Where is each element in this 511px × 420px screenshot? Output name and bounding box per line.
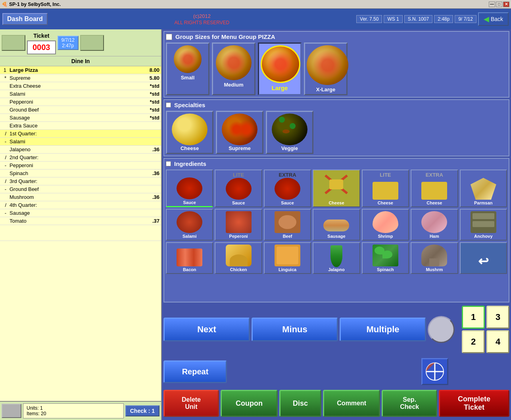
table-row[interactable]: - Salami: [0, 138, 161, 146]
table-row[interactable]: Extra Cheese *std: [0, 82, 161, 90]
ingredient-cheese-extra-button[interactable]: EXTRA Cheese: [411, 170, 458, 207]
complete-ticket-button[interactable]: Complete Ticket: [439, 390, 509, 417]
row-item: Extra Sauce: [8, 122, 141, 130]
table-row[interactable]: Extra Sauce: [0, 122, 161, 130]
specialty-supreme-button[interactable]: Supreme: [216, 111, 263, 154]
left-footer: Units: 1 Items: 20 Check : 1: [0, 401, 161, 420]
jalapno-image: [330, 245, 342, 267]
ingredient-sauce-lite-button[interactable]: LITE Sauce: [215, 170, 262, 207]
row-qty: *: [0, 74, 8, 82]
mushrm-label: Mushrm: [426, 267, 443, 272]
row-price: .37: [141, 217, 161, 225]
ingredient-anchovy-button[interactable]: Anchovy: [460, 209, 507, 241]
multiple-button[interactable]: Multiple: [340, 318, 426, 341]
next-button[interactable]: Next: [163, 318, 250, 341]
row-price: 5.80: [141, 74, 161, 82]
size-medium-button[interactable]: Medium: [212, 42, 256, 95]
row-price: .36: [141, 193, 161, 201]
num2-button[interactable]: 2: [462, 330, 485, 353]
row-item: Ground Beef: [8, 106, 141, 114]
ingredient-sausage-button[interactable]: Sausage: [313, 209, 360, 241]
maximize-button[interactable]: □: [496, 2, 502, 7]
dashboard-button[interactable]: Dash Board: [2, 13, 48, 25]
peperoni-image: [226, 211, 252, 233]
group-sizes-checkbox[interactable]: [166, 34, 172, 40]
ticket-date-value: 9/7/12: [61, 37, 75, 43]
ingredient-bacon-button[interactable]: Bacon: [166, 242, 213, 274]
ingredients-checkbox[interactable]: [166, 161, 171, 166]
quarter-cross-button[interactable]: [421, 358, 448, 385]
table-row[interactable]: / 4th Quarter:: [0, 201, 161, 209]
back-button[interactable]: ◀ Back: [478, 12, 509, 26]
table-row[interactable]: - Pepperoni: [0, 162, 161, 170]
table-row[interactable]: / 2nd Quarter:: [0, 154, 161, 162]
ingredient-chicken-button[interactable]: Chicken: [215, 242, 262, 274]
table-row[interactable]: Ground Beef *std: [0, 106, 161, 114]
sn-box: S.N. 1007: [404, 15, 432, 23]
row-qty: [0, 98, 8, 106]
coupon-button[interactable]: Coupon: [221, 390, 278, 417]
ingredient-sauce-button[interactable]: Sauce: [166, 170, 213, 207]
ingredient-mushrm-button[interactable]: Mushrm: [411, 242, 458, 274]
comment-button[interactable]: Comment: [323, 390, 380, 417]
specialties-checkbox[interactable]: [166, 102, 171, 108]
left-footer-btn1[interactable]: [2, 404, 21, 418]
ingredient-sauce-extra-button[interactable]: EXTRA Sauce: [264, 170, 311, 207]
sep-check-button[interactable]: Sep. Check: [382, 390, 437, 417]
table-row[interactable]: - Ground Beef: [0, 185, 161, 193]
specialty-cheese-button[interactable]: Cheese: [166, 111, 213, 154]
num1-button[interactable]: 1: [462, 306, 485, 329]
ingredient-back-button[interactable]: ↩: [460, 242, 507, 274]
back-arrow-icon: ◀: [484, 15, 489, 23]
table-row[interactable]: Pepperoni *std: [0, 98, 161, 106]
ingredient-salami-button[interactable]: Salami: [166, 209, 213, 241]
ingredient-cheese-lite-button[interactable]: LITE Cheese: [362, 170, 409, 207]
table-row[interactable]: 1 Large Pizza 8.00: [0, 66, 161, 74]
ingredient-cheese-button[interactable]: Cheese: [313, 170, 360, 207]
num3-button[interactable]: 3: [486, 306, 509, 329]
ingredient-spinach-button[interactable]: Spinach: [362, 242, 409, 274]
ingredient-ham-button[interactable]: Ham: [411, 209, 458, 241]
minimize-button[interactable]: —: [489, 2, 495, 7]
ingredient-parmsan-button[interactable]: Parmsan: [460, 170, 507, 207]
row-item: Salami: [8, 138, 141, 146]
table-row[interactable]: Spinach .36: [0, 170, 161, 177]
table-row[interactable]: - Sausage: [0, 209, 161, 217]
ingredient-linguica-button[interactable]: Linguica: [264, 242, 311, 274]
quarter-circle-button[interactable]: [428, 316, 455, 343]
num4-button[interactable]: 4: [486, 330, 509, 353]
minus-button[interactable]: Minus: [252, 318, 338, 341]
disc-button[interactable]: Disc: [279, 390, 321, 417]
size-small-button[interactable]: Small: [166, 42, 209, 95]
close-button[interactable]: ✕: [503, 2, 509, 7]
delete-unit-button[interactable]: Delete Unit: [163, 390, 219, 417]
table-row[interactable]: Sausage *std: [0, 114, 161, 122]
check-button[interactable]: Check : 1: [125, 405, 159, 416]
row-qty: -: [0, 138, 8, 146]
row-price: *std: [141, 98, 161, 106]
row-item: Large Pizza: [8, 66, 141, 74]
row-item: Salami: [8, 90, 141, 98]
ingredient-beef-button[interactable]: Beef: [264, 209, 311, 241]
row-qty: /: [0, 154, 8, 162]
ticket-left-button[interactable]: [2, 35, 25, 51]
items-text: Items: 20: [27, 411, 120, 416]
table-row[interactable]: Tomato .37: [0, 217, 161, 225]
table-row[interactable]: / 1st Quarter:: [0, 130, 161, 138]
table-row[interactable]: Salami *std: [0, 90, 161, 98]
specialty-veggie-button[interactable]: Veggie: [266, 111, 313, 154]
repeat-button[interactable]: Repeat: [163, 360, 227, 383]
table-row[interactable]: Jalapeno .36: [0, 146, 161, 154]
ticket-right-button[interactable]: [80, 35, 104, 51]
ingredient-shrimp-button[interactable]: Shrimp: [362, 209, 409, 241]
table-row[interactable]: Mushroom .36: [0, 193, 161, 201]
date-box: 9/ 7/12: [455, 15, 476, 23]
ingredient-peperoni-button[interactable]: Peperoni: [215, 209, 262, 241]
group-sizes-section: Group Sizes for Menu Group PIZZA Small M…: [163, 31, 509, 98]
size-large-button[interactable]: Large: [258, 42, 302, 95]
table-row[interactable]: / 3rd Quarter:: [0, 177, 161, 185]
size-xlarge-button[interactable]: X-Large: [304, 42, 348, 95]
table-row[interactable]: * Supreme 5.80: [0, 74, 161, 82]
app-title: SP-1 by SelbySoft, Inc.: [9, 2, 489, 7]
ingredient-jalapno-button[interactable]: Jalapno: [313, 242, 360, 274]
